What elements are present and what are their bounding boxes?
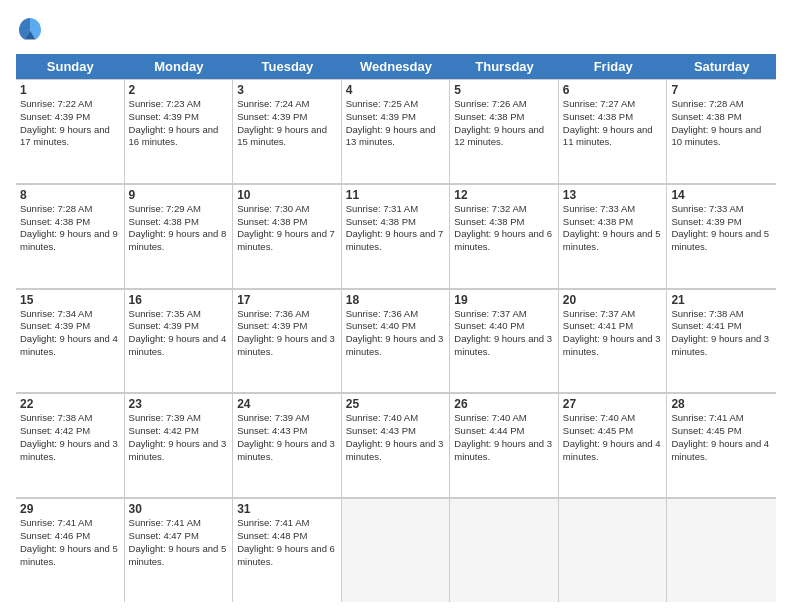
sunrise-text: Sunrise: 7:33 AM: [671, 203, 772, 216]
sunrise-text: Sunrise: 7:41 AM: [129, 517, 229, 530]
sunset-text: Sunset: 4:38 PM: [237, 216, 337, 229]
day-number: 20: [563, 293, 663, 307]
sunset-text: Sunset: 4:38 PM: [346, 216, 446, 229]
sunrise-text: Sunrise: 7:36 AM: [237, 308, 337, 321]
calendar-week-row: 22 Sunrise: 7:38 AM Sunset: 4:42 PM Dayl…: [16, 393, 776, 498]
calendar-cell: 4 Sunrise: 7:25 AM Sunset: 4:39 PM Dayli…: [342, 79, 451, 183]
daylight-text: Daylight: 9 hours and 3 minutes.: [237, 333, 337, 359]
calendar-cell: 16 Sunrise: 7:35 AM Sunset: 4:39 PM Dayl…: [125, 289, 234, 393]
sunset-text: Sunset: 4:42 PM: [20, 425, 120, 438]
sunset-text: Sunset: 4:39 PM: [237, 111, 337, 124]
calendar-cell: 6 Sunrise: 7:27 AM Sunset: 4:38 PM Dayli…: [559, 79, 668, 183]
calendar-body: 1 Sunrise: 7:22 AM Sunset: 4:39 PM Dayli…: [16, 79, 776, 602]
calendar-week-row: 1 Sunrise: 7:22 AM Sunset: 4:39 PM Dayli…: [16, 79, 776, 184]
day-number: 23: [129, 397, 229, 411]
day-number: 17: [237, 293, 337, 307]
daylight-text: Daylight: 9 hours and 7 minutes.: [237, 228, 337, 254]
calendar-cell: 27 Sunrise: 7:40 AM Sunset: 4:45 PM Dayl…: [559, 393, 668, 497]
calendar-cell: 22 Sunrise: 7:38 AM Sunset: 4:42 PM Dayl…: [16, 393, 125, 497]
sunrise-text: Sunrise: 7:39 AM: [237, 412, 337, 425]
daylight-text: Daylight: 9 hours and 4 minutes.: [671, 438, 772, 464]
sunset-text: Sunset: 4:38 PM: [129, 216, 229, 229]
sunrise-text: Sunrise: 7:28 AM: [20, 203, 120, 216]
day-number: 2: [129, 83, 229, 97]
day-number: 8: [20, 188, 120, 202]
sunrise-text: Sunrise: 7:31 AM: [346, 203, 446, 216]
day-number: 15: [20, 293, 120, 307]
daylight-text: Daylight: 9 hours and 3 minutes.: [346, 438, 446, 464]
sunset-text: Sunset: 4:46 PM: [20, 530, 120, 543]
sunrise-text: Sunrise: 7:41 AM: [671, 412, 772, 425]
sunset-text: Sunset: 4:41 PM: [563, 320, 663, 333]
sunset-text: Sunset: 4:39 PM: [671, 216, 772, 229]
calendar-week-row: 8 Sunrise: 7:28 AM Sunset: 4:38 PM Dayli…: [16, 184, 776, 289]
sunset-text: Sunset: 4:39 PM: [20, 111, 120, 124]
daylight-text: Daylight: 9 hours and 6 minutes.: [237, 543, 337, 569]
calendar-cell: [450, 498, 559, 602]
sunrise-text: Sunrise: 7:30 AM: [237, 203, 337, 216]
calendar-cell: 18 Sunrise: 7:36 AM Sunset: 4:40 PM Dayl…: [342, 289, 451, 393]
day-number: 28: [671, 397, 772, 411]
calendar-cell: 19 Sunrise: 7:37 AM Sunset: 4:40 PM Dayl…: [450, 289, 559, 393]
sunrise-text: Sunrise: 7:34 AM: [20, 308, 120, 321]
calendar-header-row: SundayMondayTuesdayWednesdayThursdayFrid…: [16, 54, 776, 79]
calendar-header-cell: Sunday: [16, 54, 125, 79]
sunrise-text: Sunrise: 7:41 AM: [237, 517, 337, 530]
daylight-text: Daylight: 9 hours and 3 minutes.: [346, 333, 446, 359]
calendar-cell: 13 Sunrise: 7:33 AM Sunset: 4:38 PM Dayl…: [559, 184, 668, 288]
sunset-text: Sunset: 4:38 PM: [454, 216, 554, 229]
sunrise-text: Sunrise: 7:40 AM: [454, 412, 554, 425]
day-number: 6: [563, 83, 663, 97]
page: SundayMondayTuesdayWednesdayThursdayFrid…: [0, 0, 792, 612]
sunrise-text: Sunrise: 7:35 AM: [129, 308, 229, 321]
sunset-text: Sunset: 4:39 PM: [237, 320, 337, 333]
calendar-cell: [342, 498, 451, 602]
daylight-text: Daylight: 9 hours and 16 minutes.: [129, 124, 229, 150]
daylight-text: Daylight: 9 hours and 15 minutes.: [237, 124, 337, 150]
sunset-text: Sunset: 4:43 PM: [346, 425, 446, 438]
day-number: 3: [237, 83, 337, 97]
daylight-text: Daylight: 9 hours and 12 minutes.: [454, 124, 554, 150]
calendar-cell: 11 Sunrise: 7:31 AM Sunset: 4:38 PM Dayl…: [342, 184, 451, 288]
daylight-text: Daylight: 9 hours and 5 minutes.: [129, 543, 229, 569]
daylight-text: Daylight: 9 hours and 5 minutes.: [671, 228, 772, 254]
sunset-text: Sunset: 4:39 PM: [129, 111, 229, 124]
calendar: SundayMondayTuesdayWednesdayThursdayFrid…: [16, 54, 776, 602]
calendar-cell: 2 Sunrise: 7:23 AM Sunset: 4:39 PM Dayli…: [125, 79, 234, 183]
sunset-text: Sunset: 4:40 PM: [346, 320, 446, 333]
daylight-text: Daylight: 9 hours and 3 minutes.: [563, 333, 663, 359]
calendar-week-row: 15 Sunrise: 7:34 AM Sunset: 4:39 PM Dayl…: [16, 289, 776, 394]
daylight-text: Daylight: 9 hours and 5 minutes.: [563, 228, 663, 254]
daylight-text: Daylight: 9 hours and 17 minutes.: [20, 124, 120, 150]
calendar-cell: 12 Sunrise: 7:32 AM Sunset: 4:38 PM Dayl…: [450, 184, 559, 288]
sunrise-text: Sunrise: 7:26 AM: [454, 98, 554, 111]
day-number: 14: [671, 188, 772, 202]
sunrise-text: Sunrise: 7:33 AM: [563, 203, 663, 216]
daylight-text: Daylight: 9 hours and 3 minutes.: [454, 333, 554, 359]
calendar-cell: 29 Sunrise: 7:41 AM Sunset: 4:46 PM Dayl…: [16, 498, 125, 602]
calendar-cell: 17 Sunrise: 7:36 AM Sunset: 4:39 PM Dayl…: [233, 289, 342, 393]
sunset-text: Sunset: 4:39 PM: [20, 320, 120, 333]
calendar-cell: 23 Sunrise: 7:39 AM Sunset: 4:42 PM Dayl…: [125, 393, 234, 497]
daylight-text: Daylight: 9 hours and 3 minutes.: [671, 333, 772, 359]
logo: [16, 16, 48, 44]
sunset-text: Sunset: 4:38 PM: [563, 216, 663, 229]
day-number: 29: [20, 502, 120, 516]
logo-icon: [16, 16, 44, 44]
sunrise-text: Sunrise: 7:32 AM: [454, 203, 554, 216]
sunrise-text: Sunrise: 7:37 AM: [454, 308, 554, 321]
sunrise-text: Sunrise: 7:39 AM: [129, 412, 229, 425]
calendar-cell: 31 Sunrise: 7:41 AM Sunset: 4:48 PM Dayl…: [233, 498, 342, 602]
calendar-header-cell: Saturday: [667, 54, 776, 79]
sunrise-text: Sunrise: 7:25 AM: [346, 98, 446, 111]
daylight-text: Daylight: 9 hours and 3 minutes.: [454, 438, 554, 464]
day-number: 13: [563, 188, 663, 202]
daylight-text: Daylight: 9 hours and 4 minutes.: [563, 438, 663, 464]
sunrise-text: Sunrise: 7:22 AM: [20, 98, 120, 111]
day-number: 25: [346, 397, 446, 411]
calendar-cell: 14 Sunrise: 7:33 AM Sunset: 4:39 PM Dayl…: [667, 184, 776, 288]
sunrise-text: Sunrise: 7:40 AM: [346, 412, 446, 425]
calendar-week-row: 29 Sunrise: 7:41 AM Sunset: 4:46 PM Dayl…: [16, 498, 776, 602]
day-number: 18: [346, 293, 446, 307]
sunrise-text: Sunrise: 7:37 AM: [563, 308, 663, 321]
